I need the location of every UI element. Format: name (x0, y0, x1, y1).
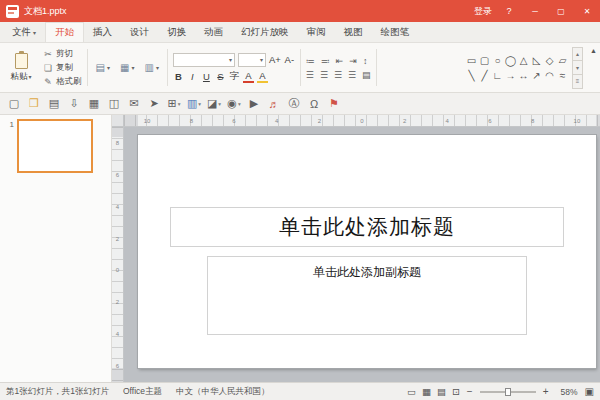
tab-insert[interactable]: 插入 (84, 22, 121, 42)
shape-arrow-icon[interactable]: → (504, 68, 517, 83)
paste-button[interactable]: 粘贴 ▾ (5, 53, 37, 83)
save-icon[interactable]: ▤ (44, 95, 64, 113)
bullets-icon[interactable]: ≔ (306, 56, 315, 66)
close-button[interactable]: ✕ (574, 0, 600, 22)
theme-status[interactable]: Office主题 (123, 386, 162, 398)
align-right-icon[interactable]: ☰ (334, 70, 342, 80)
table-icon[interactable]: ⊞ ▾ (164, 95, 184, 113)
tab-label: 设计 (130, 26, 149, 39)
select-arrow-icon[interactable]: ➤ (144, 95, 164, 113)
text-box-icon[interactable]: Ⓐ (284, 95, 304, 113)
language-status[interactable]: 中文（中华人民共和国） (176, 386, 270, 398)
slide-section-button[interactable]: ▥ ▾ (141, 60, 161, 75)
shape-ellipse-icon[interactable]: ○ (491, 53, 504, 68)
shape-diamond-icon[interactable]: ◇ (543, 53, 556, 68)
symbol-icon[interactable]: Ω (304, 95, 324, 113)
align-left-icon[interactable]: ☰ (306, 70, 314, 80)
login-button[interactable]: 登录 (470, 0, 496, 22)
new-file-icon[interactable]: ▢ (4, 95, 24, 113)
tab-label: 文件 (12, 26, 31, 39)
increase-indent-icon[interactable]: ⇥ (349, 56, 357, 66)
zoom-slider-handle[interactable] (505, 388, 511, 396)
shape-line-icon[interactable]: ╲ (465, 68, 478, 83)
subtitle-placeholder[interactable]: 单击此处添加副标题 (207, 256, 528, 335)
justify-icon[interactable]: ☰ (348, 70, 356, 80)
font-color-button[interactable]: A (243, 70, 254, 83)
format-painter-button[interactable]: ✎ 格式刷 (43, 75, 82, 88)
print-preview-icon[interactable]: ◫ (104, 95, 124, 113)
font-size-select[interactable]: ▾ (238, 53, 266, 67)
image-icon[interactable]: ◪ ▾ (204, 95, 224, 113)
phonetic-guide-button[interactable]: 字 (229, 70, 240, 83)
shape-elbow-connector-icon[interactable]: ∟ (491, 68, 504, 83)
slide-tool-icon: ▥ (144, 62, 153, 73)
shape-circle-icon[interactable]: ◯ (504, 53, 517, 68)
shapes-scroll-up-icon[interactable]: ▴ (573, 48, 582, 62)
tab-file[interactable]: 文件 ▾ (3, 22, 45, 42)
bold-button[interactable]: B (173, 71, 184, 82)
slide-canvas[interactable]: 单击此处添加标题 单击此处添加副标题 (138, 135, 596, 368)
underline-button[interactable]: U (201, 71, 212, 82)
open-folder-icon[interactable]: ❒ (24, 95, 44, 113)
email-icon[interactable]: ✉ (124, 95, 144, 113)
tab-drawing-pen[interactable]: 绘图笔 (372, 22, 419, 42)
zoom-in-button[interactable]: + (543, 386, 549, 397)
line-spacing-icon[interactable]: ↕ (363, 56, 368, 66)
shape-double-arrow-icon[interactable]: ↔ (517, 68, 530, 83)
shapes-scroll-down-icon[interactable]: ▾ (573, 61, 582, 75)
shape-right-triangle-icon[interactable]: ◺ (530, 53, 543, 68)
audio-icon[interactable]: ♬ (264, 95, 284, 113)
strikethrough-button[interactable]: S (215, 71, 226, 82)
shape-parallelogram-icon[interactable]: ▱ (556, 53, 569, 68)
shape-line-alt-icon[interactable]: ╱ (478, 68, 491, 83)
tab-transitions[interactable]: 切换 (158, 22, 195, 42)
tab-view[interactable]: 视图 (335, 22, 372, 42)
shape-arrow-up-right-icon[interactable]: ↗ (530, 68, 543, 83)
shape-curve-icon[interactable]: ◠ (543, 68, 556, 83)
media-icon[interactable]: ▶ (244, 95, 264, 113)
shapes-more-icon[interactable]: ≡ (573, 75, 582, 88)
shape-rectangle-icon[interactable]: ▭ (465, 53, 478, 68)
cut-button[interactable]: ✂ 剪切 (43, 47, 82, 60)
zoom-out-button[interactable]: − (467, 386, 473, 397)
numbering-icon[interactable]: ≕ (321, 56, 330, 66)
tab-animation[interactable]: 动画 (195, 22, 232, 42)
export-icon[interactable]: ⇩ (64, 95, 84, 113)
text-direction-icon[interactable]: ▤ (362, 70, 371, 80)
print-icon[interactable]: ▦ (84, 95, 104, 113)
shape-triangle-icon[interactable]: △ (517, 53, 530, 68)
zoom-slider[interactable] (480, 391, 536, 393)
slide-thumbnail[interactable] (17, 119, 93, 173)
highlight-color-button[interactable]: A (257, 70, 268, 83)
tab-slideshow[interactable]: 幻灯片放映 (232, 22, 298, 42)
reading-view-icon[interactable]: ▤ (437, 386, 446, 397)
minimize-button[interactable]: ─ (522, 0, 548, 22)
tab-review[interactable]: 审阅 (298, 22, 335, 42)
fit-to-window-icon[interactable]: ▣ (585, 386, 594, 397)
help-button[interactable]: ? (496, 0, 522, 22)
group-divider (376, 49, 377, 86)
slide-sorter-icon[interactable]: ▦ (422, 386, 431, 397)
tab-home[interactable]: 开始 (45, 22, 84, 42)
screenshot-icon[interactable]: ◉ ▾ (224, 95, 244, 113)
italic-button[interactable]: I (187, 71, 198, 82)
shape-freeform-icon[interactable]: ≈ (556, 68, 569, 83)
maximize-button[interactable]: ▢ (548, 0, 574, 22)
flag-icon[interactable]: ⚑ (324, 95, 344, 113)
font-family-select[interactable]: ▾ (173, 53, 235, 67)
chart-icon[interactable]: ▥ ▾ (184, 95, 204, 113)
collapse-ribbon-icon[interactable]: ▲ (590, 47, 597, 54)
zoom-level[interactable]: 58% (556, 387, 578, 397)
tab-design[interactable]: 设计 (121, 22, 158, 42)
slideshow-icon[interactable]: ⊡ (452, 386, 460, 397)
decrease-indent-icon[interactable]: ⇤ (336, 56, 344, 66)
decrease-font-size-button[interactable]: A- (284, 54, 295, 65)
normal-view-icon[interactable]: ▭ (407, 386, 416, 397)
title-placeholder[interactable]: 单击此处添加标题 (170, 207, 564, 247)
shape-rounded-rectangle-icon[interactable]: ▢ (478, 53, 491, 68)
new-slide-button[interactable]: ▤ ▾ (93, 60, 113, 75)
slide-layout-button[interactable]: ▦ ▾ (117, 60, 137, 75)
align-center-icon[interactable]: ☰ (320, 70, 328, 80)
copy-button[interactable]: ❏ 复制 (43, 61, 82, 74)
increase-font-size-button[interactable]: A+ (269, 54, 281, 65)
